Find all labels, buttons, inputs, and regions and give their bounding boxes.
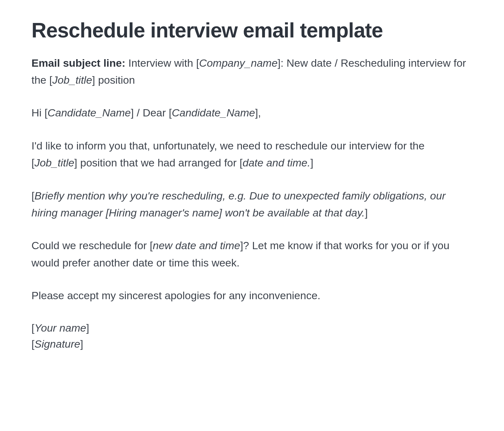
placeholder-job-title: Job_title	[34, 157, 74, 169]
subject-text-1: Interview with [	[126, 57, 199, 69]
placeholder-job-title: Job_title	[52, 74, 92, 86]
body-text: ]	[80, 338, 83, 350]
body-paragraph-3: Could we reschedule for [new date and ti…	[31, 237, 473, 271]
greeting-text-2: ] / Dear [	[131, 107, 172, 119]
placeholder-your-name: Your name	[34, 322, 86, 334]
placeholder-company-name: Company_name	[199, 57, 277, 69]
body-text: Could we reschedule for [	[31, 239, 153, 251]
placeholder-new-date-time: new date and time	[153, 239, 240, 251]
body-paragraph-1: I'd like to inform you that, unfortunate…	[31, 137, 473, 171]
placeholder-candidate-name: Candidate_Name	[172, 107, 255, 119]
placeholder-candidate-name: Candidate_Name	[48, 107, 131, 119]
signature-name-line: [Your name]	[31, 320, 473, 336]
body-text: ]	[310, 157, 313, 169]
greeting-line: Hi [Candidate_Name] / Dear [Candidate_Na…	[31, 104, 473, 121]
body-text: ]	[86, 322, 89, 334]
greeting-text-3: ],	[255, 107, 261, 119]
placeholder-reason: Briefly mention why you're rescheduling,…	[31, 190, 445, 219]
body-text: ]	[365, 207, 367, 219]
body-paragraph-4: Please accept my sincerest apologies for…	[31, 287, 473, 304]
placeholder-date-time: date and time.	[243, 157, 310, 169]
page-title: Reschedule interview email template	[31, 19, 473, 42]
signature-line: [Signature]	[31, 336, 473, 352]
body-text: ] position that we had arranged for [	[74, 157, 243, 169]
body-paragraph-2: [Briefly mention why you're rescheduling…	[31, 187, 473, 221]
greeting-text-1: Hi [	[31, 107, 48, 119]
subject-line: Email subject line: Interview with [Comp…	[31, 54, 473, 89]
subject-text-3: ] position	[92, 74, 135, 86]
placeholder-signature: Signature	[34, 338, 80, 350]
subject-label: Email subject line:	[31, 57, 126, 69]
